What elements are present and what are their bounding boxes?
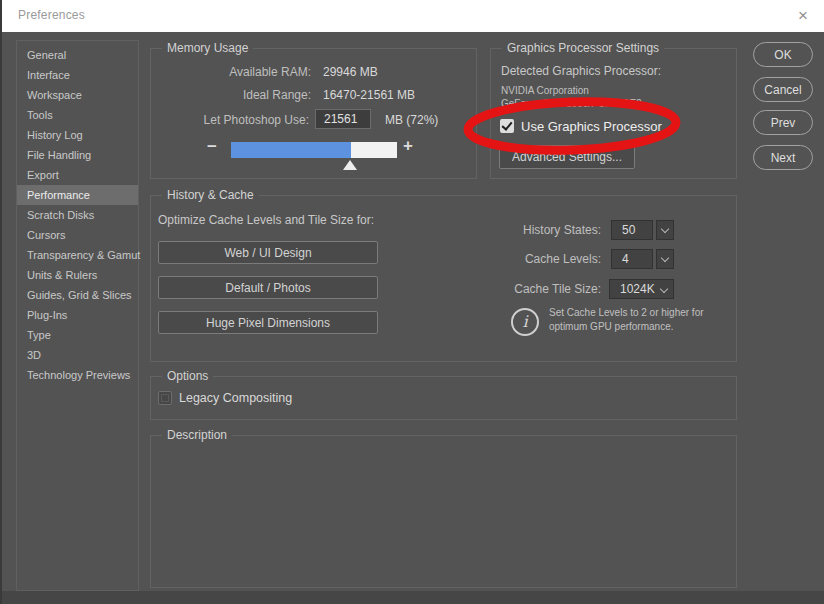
next-button[interactable]: Next [753, 145, 813, 170]
preferences-dialog: Preferences × General Interface Workspac… [0, 0, 824, 604]
memory-percent-suffix: MB (72%) [385, 113, 438, 127]
memory-slider-thumb[interactable] [343, 160, 357, 170]
sidebar-item-transparency-gamut[interactable]: Transparency & Gamut [17, 245, 138, 265]
memory-usage-title: Memory Usage [162, 41, 253, 55]
chevron-down-icon [661, 254, 669, 262]
window-title: Preferences [18, 8, 85, 22]
history-states-label: History States: [441, 223, 601, 237]
preset-default-photos-button[interactable]: Default / Photos [158, 276, 378, 299]
dialog-bottom-edge [2, 591, 824, 604]
sidebar-item-type[interactable]: Type [17, 325, 138, 345]
sidebar: General Interface Workspace Tools Histor… [16, 40, 139, 591]
memory-slider-fill [231, 142, 351, 158]
cache-tile-size-select[interactable]: 1024K [609, 279, 674, 299]
dialog-body: General Interface Workspace Tools Histor… [2, 32, 824, 604]
memory-slider[interactable] [231, 142, 397, 158]
description-group: Description [150, 435, 737, 588]
ideal-range-label: Ideal Range: [151, 88, 311, 102]
sidebar-item-interface[interactable]: Interface [17, 65, 138, 85]
cache-tile-size-value: 1024K [620, 282, 655, 296]
options-group: Options Legacy Compositing [150, 376, 737, 420]
let-photoshop-use-label: Let Photoshop Use: [151, 113, 309, 127]
gpu-model: GeForce GTX 1650/PCIe/SSE2 [501, 98, 642, 109]
cache-info-line1: Set Cache Levels to 2 or higher for [549, 307, 704, 318]
use-graphics-processor-checkbox[interactable] [500, 119, 514, 133]
cache-levels-select[interactable]: 4 [611, 249, 653, 269]
graphics-settings-group: Graphics Processor Settings Detected Gra… [490, 48, 737, 179]
chevron-down-icon [661, 225, 669, 233]
memory-increase-button[interactable]: + [403, 136, 413, 156]
available-ram-label: Available RAM: [151, 65, 311, 79]
options-title: Options [162, 369, 213, 383]
use-graphics-processor-label: Use Graphics Processor [521, 119, 662, 134]
memory-amount-input[interactable] [315, 109, 371, 129]
sidebar-item-plug-ins[interactable]: Plug-Ins [17, 305, 138, 325]
cache-levels-label: Cache Levels: [441, 252, 601, 266]
cache-levels-dropdown-button[interactable] [656, 249, 674, 269]
sidebar-item-history-log[interactable]: History Log [17, 125, 138, 145]
titlebar: Preferences × [2, 0, 824, 32]
sidebar-item-performance[interactable]: Performance [17, 185, 138, 205]
cache-tile-size-label: Cache Tile Size: [441, 282, 601, 296]
history-states-select[interactable]: 50 [611, 220, 653, 240]
graphics-settings-title: Graphics Processor Settings [502, 41, 664, 55]
preset-web-ui-design-button[interactable]: Web / UI Design [158, 241, 378, 264]
sidebar-item-technology-previews[interactable]: Technology Previews [17, 365, 138, 385]
history-cache-group: History & Cache Optimize Cache Levels an… [150, 195, 737, 362]
close-icon[interactable]: × [790, 3, 816, 29]
sidebar-item-export[interactable]: Export [17, 165, 138, 185]
memory-usage-group: Memory Usage Available RAM: 29946 MB Ide… [150, 48, 477, 179]
sidebar-item-general[interactable]: General [17, 45, 138, 65]
sidebar-item-scratch-disks[interactable]: Scratch Disks [17, 205, 138, 225]
sidebar-item-guides-grid-slices[interactable]: Guides, Grid & Slices [17, 285, 138, 305]
sidebar-item-workspace[interactable]: Workspace [17, 85, 138, 105]
history-cache-title: History & Cache [162, 188, 259, 202]
sidebar-item-file-handling[interactable]: File Handling [17, 145, 138, 165]
preset-huge-pixel-dimensions-button[interactable]: Huge Pixel Dimensions [158, 311, 378, 334]
legacy-compositing-label: Legacy Compositing [179, 391, 292, 405]
detected-gpu-label: Detected Graphics Processor: [501, 64, 661, 78]
description-title: Description [162, 428, 232, 442]
memory-decrease-button[interactable]: − [207, 137, 217, 157]
history-states-dropdown-button[interactable] [656, 220, 674, 240]
legacy-compositing-checkbox[interactable] [158, 391, 172, 405]
gpu-vendor: NVIDIA Corporation [501, 85, 589, 96]
ok-button[interactable]: OK [753, 42, 813, 67]
info-icon: i [511, 308, 539, 336]
optimize-cache-label: Optimize Cache Levels and Tile Size for: [158, 213, 374, 227]
ideal-range-value: 16470-21561 MB [323, 88, 415, 102]
sidebar-item-3d[interactable]: 3D [17, 345, 138, 365]
cache-info-line2: optimum GPU performance. [549, 321, 674, 332]
cancel-button[interactable]: Cancel [753, 77, 813, 102]
prev-button[interactable]: Prev [753, 110, 813, 135]
sidebar-item-units-rulers[interactable]: Units & Rulers [17, 265, 138, 285]
chevron-down-icon [660, 285, 668, 293]
sidebar-item-cursors[interactable]: Cursors [17, 225, 138, 245]
sidebar-item-tools[interactable]: Tools [17, 105, 138, 125]
available-ram-value: 29946 MB [323, 65, 378, 79]
advanced-settings-button[interactable]: Advanced Settings... [499, 145, 635, 169]
